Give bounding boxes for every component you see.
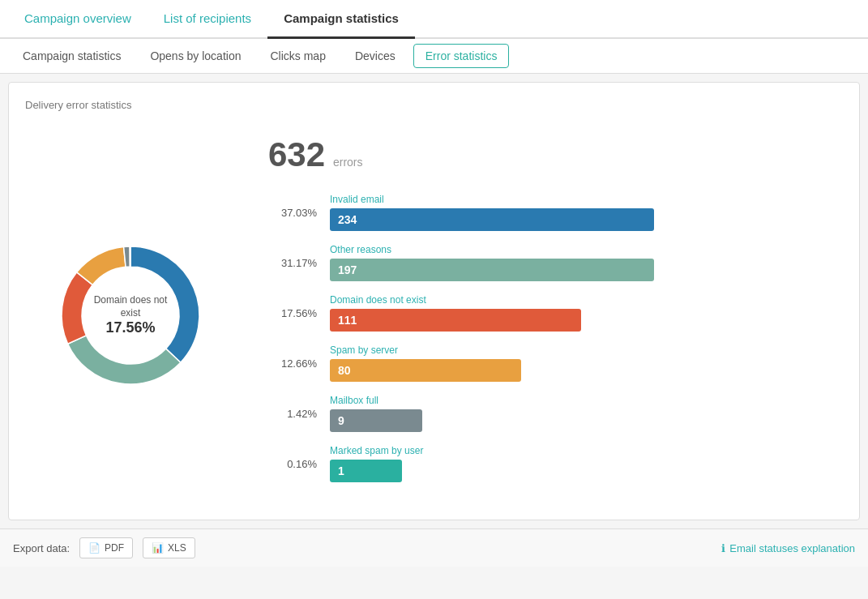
xls-label: XLS [168,542,186,554]
stat-label-mailbox-full: Mailbox full [330,395,827,406]
errors-label: errors [333,156,363,169]
stat-label-marked-spam-by-user: Marked spam by user [330,445,827,456]
main-content: Delivery error statistics Domain does no… [8,82,860,520]
top-tabs: Campaign overview List of recipients Cam… [0,0,868,39]
section-title: Delivery error statistics [25,99,843,111]
stats-container: Domain does not exist 17.56% 632 errors … [25,127,843,503]
stat-label-spam-by-server: Spam by server [330,344,827,356]
total-error-count: 632 [268,135,325,173]
stat-pct-domain-does-not-exist: 17.56% [268,307,317,319]
xls-export-button[interactable]: 📊 XLS [143,537,195,558]
email-statuses-label: Email statuses explanation [729,542,855,554]
subtab-clicks-map[interactable]: Clicks map [255,39,340,73]
pdf-label: PDF [105,542,124,554]
stat-row-other-reasons: 31.17% Other reasons 197 [268,244,827,281]
stat-pct-marked-spam-by-user: 0.16% [268,458,317,470]
stat-rows-container: 37.03% Invalid email 234 31.17% Other re… [268,194,827,482]
subtab-devices[interactable]: Devices [340,39,410,73]
stat-row-mailbox-full: 1.42% Mailbox full 9 [268,395,827,432]
subtab-opens-by-location[interactable]: Opens by location [135,39,255,73]
export-data-label: Export data: [13,542,70,554]
donut-svg [41,226,220,404]
tab-campaign-statistics[interactable]: Campaign statistics [267,0,415,39]
stat-bar-group-invalid-email: Invalid email 234 [330,194,827,231]
stat-pct-other-reasons: 31.17% [268,257,317,269]
stat-pct-spam-by-server: 12.66% [268,357,317,370]
stat-bar-invalid-email: 234 [330,208,654,231]
pdf-icon: 📄 [88,542,100,554]
email-statuses-link[interactable]: ℹ Email statuses explanation [721,542,855,554]
pdf-export-button[interactable]: 📄 PDF [79,537,133,558]
info-icon: ℹ [721,542,725,554]
stat-row-invalid-email: 37.03% Invalid email 234 [268,194,827,231]
xls-icon: 📊 [152,542,164,554]
stat-bar-group-domain-does-not-exist: Domain does not exist 111 [330,294,827,332]
stat-row-domain-does-not-exist: 17.56% Domain does not exist 111 [268,294,827,332]
stat-label-domain-does-not-exist: Domain does not exist [330,294,827,306]
stat-label-invalid-email: Invalid email [330,194,827,205]
stat-bar-group-other-reasons: Other reasons 197 [330,244,827,281]
stat-bar-other-reasons: 197 [330,259,654,281]
footer: Export data: 📄 PDF 📊 XLS ℹ Email statuse… [0,528,868,567]
stat-row-marked-spam-by-user: 0.16% Marked spam by user 1 [268,445,827,482]
footer-left: Export data: 📄 PDF 📊 XLS [13,537,195,558]
stat-bar-spam-by-server: 80 [330,359,521,382]
sub-tabs: Campaign statistics Opens by location Cl… [0,39,868,74]
stat-pct-invalid-email: 37.03% [268,207,317,219]
subtab-campaign-statistics[interactable]: Campaign statistics [8,39,135,73]
stat-bar-group-spam-by-server: Spam by server 80 [330,344,827,382]
subtab-error-statistics[interactable]: Error statistics [413,44,510,68]
tab-campaign-overview[interactable]: Campaign overview [8,0,148,39]
stat-bar-marked-spam-by-user: 1 [330,460,402,482]
stat-bar-group-marked-spam-by-user: Marked spam by user 1 [330,445,827,482]
stat-bar-mailbox-full: 9 [330,409,422,432]
stats-right: 632 errors 37.03% Invalid email 234 31.1… [268,135,827,495]
stat-row-spam-by-server: 12.66% Spam by server 80 [268,344,827,382]
total-errors: 632 errors [268,135,827,174]
stat-bar-group-mailbox-full: Mailbox full 9 [330,395,827,432]
stat-pct-mailbox-full: 1.42% [268,408,317,420]
stat-bar-domain-does-not-exist: 111 [330,309,581,332]
tab-list-of-recipients[interactable]: List of recipients [148,0,267,39]
donut-chart: Domain does not exist 17.56% [41,226,220,404]
stat-label-other-reasons: Other reasons [330,244,827,255]
